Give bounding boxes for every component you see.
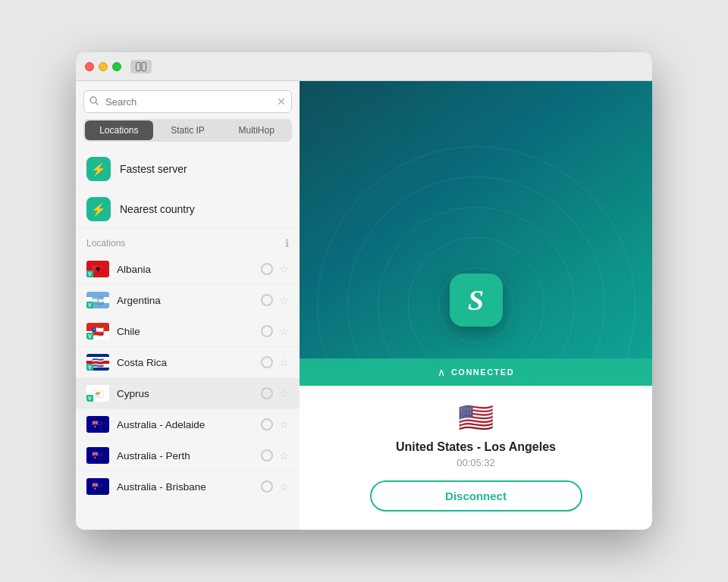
connection-info-card: 🇺🇸 United States - Los Angeles 00:05:32 … [300, 386, 652, 530]
connection-time: 00:05:32 [457, 457, 495, 468]
flag-au-adelaide: 🇦🇺 [86, 416, 109, 433]
traffic-lights [85, 62, 121, 71]
location-star-cyprus[interactable]: ☆ [279, 387, 289, 399]
location-radio-au-brisbane[interactable] [261, 480, 273, 493]
main-content: ✕ Locations Static IP MultiHop ⚡ Fastest… [76, 81, 652, 530]
location-radio-albania[interactable] [261, 263, 273, 275]
connection-flag: 🇺🇸 [458, 401, 494, 434]
location-star-costarica[interactable]: ☆ [279, 356, 289, 368]
location-item-cyprus[interactable]: 🇨🇾 V Cyprus ☆ [76, 378, 300, 409]
location-star-albania[interactable]: ☆ [279, 263, 289, 275]
connected-status-label: CONNECTED [451, 368, 514, 377]
location-name-costarica: Costa Rica [117, 357, 261, 368]
flag-cyprus: 🇨🇾 V [86, 385, 109, 402]
location-radio-au-adelaide[interactable] [261, 418, 273, 430]
flag-argentina: 🇦🇷 V [86, 292, 109, 308]
disconnect-button[interactable]: Disconnect [370, 480, 582, 512]
svg-rect-0 [136, 62, 141, 70]
locations-section-label: Locations [86, 238, 125, 249]
title-bar-controls [130, 60, 152, 74]
location-item-argentina[interactable]: 🇦🇷 V Argentina ☆ [76, 285, 300, 316]
location-item-au-perth[interactable]: 🇦🇺 Australia - Perth ☆ [76, 440, 300, 471]
location-name-cyprus: Cyprus [117, 388, 261, 399]
location-name-albania: Albania [117, 264, 261, 275]
location-radio-au-perth[interactable] [261, 449, 273, 462]
logo-container: S [450, 274, 503, 327]
tab-multihop[interactable]: MultiHop [222, 120, 290, 140]
close-button[interactable] [85, 62, 94, 71]
v-badge: V [86, 395, 93, 402]
location-name-au-brisbane: Australia - Brisbane [117, 481, 261, 493]
v-badge: V [86, 302, 93, 308]
location-item-chile[interactable]: 🇨🇱 V Chile ☆ [76, 316, 300, 347]
left-panel: ✕ Locations Static IP MultiHop ⚡ Fastest… [76, 81, 300, 530]
location-radio-chile[interactable] [261, 325, 273, 337]
search-bar: ✕ [83, 90, 292, 113]
v-badge: V [86, 271, 93, 277]
tab-bar: Locations Static IP MultiHop [83, 119, 292, 142]
location-radio-cyprus[interactable] [261, 387, 273, 399]
location-radio-costarica[interactable] [261, 356, 273, 368]
connection-location: United States - Los Angeles [396, 440, 556, 454]
right-panel: S ∧ CONNECTED 🇺🇸 United States - Los Ang… [300, 81, 652, 530]
location-item-au-brisbane[interactable]: 🇦🇺 Australia - Brisbane ☆ [76, 471, 300, 502]
svg-rect-1 [142, 62, 146, 70]
nearest-country-icon: ⚡ [86, 197, 111, 221]
connected-panel: ∧ CONNECTED 🇺🇸 United States - Los Angel… [300, 358, 652, 530]
location-list: 🇦🇱 V Albania ☆ 🇦🇷 V Argentina ☆ [76, 254, 300, 530]
location-star-au-perth[interactable]: ☆ [279, 449, 289, 462]
connected-header: ∧ CONNECTED [300, 358, 652, 386]
search-input[interactable] [83, 90, 292, 113]
location-star-au-adelaide[interactable]: ☆ [279, 418, 289, 430]
flag-au-brisbane: 🇦🇺 [86, 478, 109, 495]
flag-au-perth: 🇦🇺 [86, 447, 109, 464]
maximize-button[interactable] [112, 62, 121, 71]
window-layout-button[interactable] [130, 60, 152, 74]
location-radio-argentina[interactable] [261, 294, 273, 306]
app-window: ✕ Locations Static IP MultiHop ⚡ Fastest… [76, 52, 652, 530]
locations-info-icon[interactable]: ℹ [285, 237, 289, 249]
nearest-country-label: Nearest country [120, 203, 195, 215]
title-bar [76, 52, 652, 81]
search-clear-icon[interactable]: ✕ [277, 96, 286, 107]
location-item-albania[interactable]: 🇦🇱 V Albania ☆ [76, 254, 300, 285]
location-item-costarica[interactable]: 🇨🇷 V Costa Rica ☆ [76, 347, 300, 378]
chevron-up-icon[interactable]: ∧ [438, 366, 445, 378]
location-item-au-adelaide[interactable]: 🇦🇺 Australia - Adelaide ☆ [76, 409, 300, 440]
tab-locations[interactable]: Locations [85, 120, 153, 140]
fastest-server-item[interactable]: ⚡ Fastest server [76, 149, 300, 189]
surfshark-logo: S [450, 274, 503, 327]
v-badge: V [86, 364, 93, 371]
location-name-argentina: Argentina [117, 295, 261, 306]
fastest-server-label: Fastest server [120, 163, 187, 175]
tab-static-ip[interactable]: Static IP [154, 120, 222, 140]
flag-chile: 🇨🇱 V [86, 323, 109, 340]
location-star-au-brisbane[interactable]: ☆ [279, 480, 289, 493]
flag-costarica: 🇨🇷 V [86, 354, 109, 371]
minimize-button[interactable] [99, 62, 108, 71]
location-name-au-perth: Australia - Perth [117, 450, 261, 462]
nearest-country-item[interactable]: ⚡ Nearest country [76, 189, 300, 230]
location-name-au-adelaide: Australia - Adelaide [117, 419, 261, 430]
location-star-chile[interactable]: ☆ [279, 325, 289, 337]
v-badge: V [86, 333, 93, 340]
flag-albania: 🇦🇱 V [86, 261, 109, 277]
surfshark-logo-letter: S [468, 286, 484, 314]
location-name-chile: Chile [117, 326, 261, 337]
fastest-server-icon: ⚡ [86, 157, 111, 181]
locations-header: Locations ℹ [76, 230, 300, 254]
location-star-argentina[interactable]: ☆ [279, 294, 289, 306]
